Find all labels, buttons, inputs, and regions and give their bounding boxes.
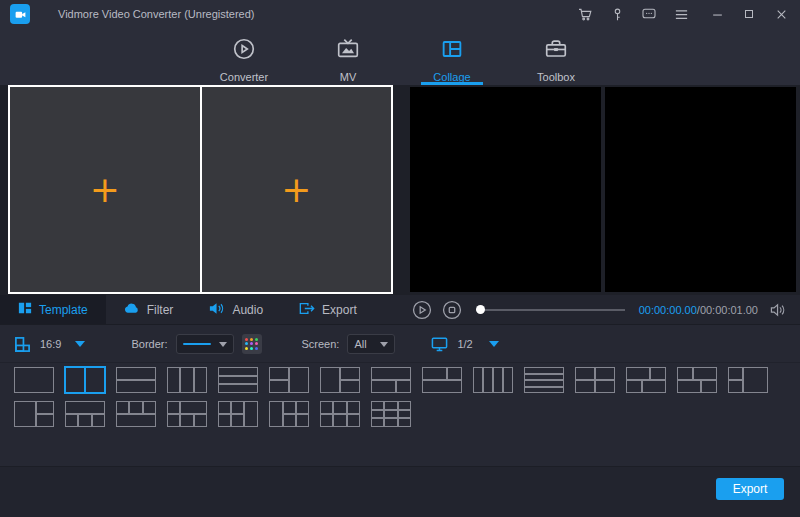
template-cell <box>693 367 717 380</box>
template-thumb-r2-2[interactable] <box>65 401 105 427</box>
template-cell <box>85 367 105 393</box>
border-color-picker-button[interactable] <box>242 334 262 354</box>
collage-slot-2[interactable]: + <box>202 87 392 292</box>
template-thumb-r1-5[interactable] <box>218 367 258 393</box>
template-cell <box>116 367 156 380</box>
border-style-select[interactable] <box>176 334 234 354</box>
template-cell <box>218 376 258 385</box>
template-cell <box>728 380 743 393</box>
main-nav: Converter MV Collage <box>0 28 800 85</box>
template-cell <box>218 401 231 414</box>
template-thumb-r2-5[interactable] <box>218 401 258 427</box>
template-cell <box>269 367 289 380</box>
window-title: Vidmore Video Converter (Unregistered) <box>58 8 254 20</box>
play-button[interactable] <box>412 300 432 320</box>
template-cell <box>231 401 244 414</box>
template-cell <box>167 401 180 414</box>
panel-tabs: Template Filter Audio <box>0 295 400 324</box>
close-button[interactable] <box>772 5 790 23</box>
maximize-button[interactable] <box>740 5 758 23</box>
tab-collage[interactable]: Collage <box>421 28 483 85</box>
template-cell <box>503 367 513 393</box>
template-thumb-r2-4[interactable] <box>167 401 207 427</box>
volume-icon[interactable] <box>768 300 788 320</box>
tab-audio[interactable]: Audio <box>191 295 281 324</box>
template-cell <box>116 414 156 427</box>
tab-toolbox-label: Toolbox <box>537 71 575 83</box>
template-cell <box>626 367 650 380</box>
template-cell <box>728 367 743 380</box>
tab-mv[interactable]: MV <box>317 28 379 85</box>
template-cell <box>650 367 666 380</box>
seek-knob[interactable] <box>476 305 485 314</box>
seek-slider[interactable] <box>476 300 625 320</box>
toolbox-icon <box>543 36 569 66</box>
template-thumb-r1-13[interactable] <box>626 367 666 393</box>
tab-converter[interactable]: Converter <box>213 28 275 85</box>
template-cell <box>194 367 207 393</box>
template-cell <box>575 367 595 380</box>
template-thumb-r2-7[interactable] <box>320 401 360 427</box>
tab-mv-label: MV <box>340 71 357 83</box>
template-thumb-r2-1[interactable] <box>14 401 54 427</box>
minimize-button[interactable] <box>708 5 726 23</box>
template-thumb-r1-12[interactable] <box>575 367 615 393</box>
player-controls: 00:00:00.00/00:00:01.00 <box>400 295 800 324</box>
template-thumb-r2-3[interactable] <box>116 401 156 427</box>
template-thumb-r1-14[interactable] <box>677 367 717 393</box>
screen-select[interactable]: All <box>347 334 395 354</box>
color-dot <box>245 338 248 341</box>
add-video-icon[interactable]: + <box>90 172 120 208</box>
template-thumb-r1-7[interactable] <box>320 367 360 393</box>
monitor-icon <box>431 336 448 352</box>
template-cell <box>347 401 360 414</box>
aspect-ratio-icon <box>14 336 31 353</box>
export-button[interactable]: Export <box>716 478 784 500</box>
template-cell <box>218 414 231 427</box>
collage-slot-1[interactable]: + <box>10 87 200 292</box>
template-cell <box>524 387 564 394</box>
template-thumb-r2-8[interactable] <box>371 401 411 427</box>
preview-pane-1 <box>410 87 601 292</box>
template-thumb-r1-11[interactable] <box>524 367 564 393</box>
page-dropdown-arrow[interactable] <box>489 341 499 347</box>
feedback-icon[interactable] <box>640 5 658 23</box>
template-thumb-r1-6[interactable] <box>269 367 309 393</box>
template-thumb-r1-4[interactable] <box>167 367 207 393</box>
template-cell <box>283 414 296 427</box>
template-thumb-r1-10[interactable] <box>473 367 513 393</box>
register-key-icon[interactable] <box>608 5 626 23</box>
menu-icon[interactable] <box>672 5 690 23</box>
collage-editor: + + <box>8 85 393 294</box>
template-thumb-r1-2[interactable] <box>65 367 105 393</box>
template-cell <box>333 414 347 427</box>
template-thumb-r1-15[interactable] <box>728 367 768 393</box>
color-dot <box>245 342 248 345</box>
template-thumb-r2-6[interactable] <box>269 401 309 427</box>
template-thumb-r1-3[interactable] <box>116 367 156 393</box>
template-thumb-r1-1[interactable] <box>14 367 54 393</box>
template-cell <box>701 380 717 393</box>
border-dropdown-arrow <box>219 342 227 347</box>
template-cell <box>642 380 666 393</box>
cart-icon[interactable] <box>576 5 594 23</box>
template-cell <box>129 401 143 414</box>
color-dot <box>250 342 253 345</box>
workspace: + + <box>0 85 800 295</box>
tab-export[interactable]: Export <box>281 295 375 324</box>
template-thumb-r1-9[interactable] <box>422 367 462 393</box>
template-cell <box>396 380 411 393</box>
collage-icon <box>439 36 465 66</box>
tab-toolbox[interactable]: Toolbox <box>525 28 587 85</box>
app-window: Vidmore Video Converter (Unregistered) <box>0 0 800 517</box>
aspect-dropdown-arrow[interactable] <box>75 341 85 347</box>
template-cell <box>677 367 693 380</box>
add-video-icon[interactable]: + <box>281 172 311 208</box>
tab-template[interactable]: Template <box>0 295 106 324</box>
seek-track <box>476 309 625 311</box>
template-thumb-r1-8[interactable] <box>371 367 411 393</box>
template-cell <box>92 414 105 427</box>
stop-button[interactable] <box>442 300 462 320</box>
template-cell <box>296 401 309 414</box>
tab-filter[interactable]: Filter <box>106 295 192 324</box>
